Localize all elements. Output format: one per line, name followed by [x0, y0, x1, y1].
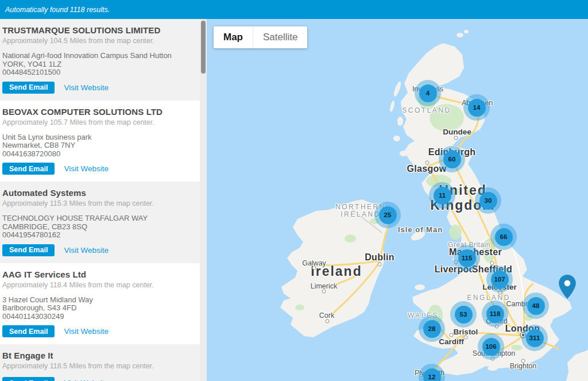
- cluster-count: 53: [455, 306, 473, 324]
- visit-website-link[interactable]: Visit Website: [64, 327, 109, 336]
- map-cluster-marker[interactable]: 14: [463, 94, 490, 121]
- sidebar-scrollbar[interactable]: [200, 19, 207, 381]
- map-cluster-marker[interactable]: 11: [429, 182, 455, 209]
- result-card: Automated Systems Approximately 115.3 Mi…: [0, 182, 200, 263]
- partner-locator-app: Automatically found 1118 results. TRUSTM…: [0, 0, 588, 381]
- result-address-line1: 3 Hazel Court Midland Way: [2, 296, 192, 305]
- result-actions: Send Email Visit Website: [2, 244, 192, 256]
- result-address: Unit 5a Lynx business park Newmarket, CB…: [2, 133, 192, 159]
- result-phone: 00448452101500: [2, 68, 192, 77]
- cluster-count: 30: [479, 192, 497, 210]
- cluster-count: 4: [419, 84, 437, 102]
- result-address: 3 Hazel Court Midland Way Barlborough, S…: [2, 296, 192, 321]
- send-email-button[interactable]: Send Email: [2, 163, 55, 175]
- result-distance: Approximately 118.4 Miles from the map c…: [2, 281, 192, 290]
- result-distance: Approximately 115.3 Miles from the map c…: [2, 199, 192, 208]
- send-email-button[interactable]: Send Email: [2, 325, 55, 337]
- cluster-count: 66: [495, 228, 513, 246]
- cluster-count: 60: [443, 151, 461, 168]
- result-distance: Approximately 105.7 Miles from the map c…: [2, 118, 192, 127]
- result-address-line1: Unit 5a Lynx business park: [2, 133, 192, 142]
- cluster-count: 118: [486, 305, 504, 323]
- result-card: Bt Engage It Approximately 118.5 Miles f…: [0, 344, 200, 381]
- cluster-count: 48: [527, 297, 545, 315]
- map-cluster-marker[interactable]: 25: [374, 202, 401, 228]
- results-count-text: Automatically found 1118 results.: [5, 6, 110, 14]
- visit-website-link[interactable]: Visit Website: [64, 246, 109, 255]
- result-actions: Send Email Visit Website: [2, 163, 192, 175]
- location-pin-icon[interactable]: [559, 275, 576, 299]
- result-name: TRUSTMARQUE SOLUTIONS LIMITED: [2, 25, 192, 36]
- map-view-button[interactable]: Map: [214, 26, 253, 48]
- map-cluster-marker[interactable]: 28: [419, 315, 445, 342]
- map-cluster-marker[interactable]: 115: [454, 245, 480, 271]
- result-name: Automated Systems: [2, 188, 192, 198]
- result-name: BEOVAX COMPUTER SOLUTIONS LTD: [2, 107, 192, 117]
- cluster-count: 107: [491, 271, 509, 288]
- cluster-count: 14: [468, 99, 486, 117]
- result-name: AAG IT Services Ltd: [2, 270, 192, 280]
- results-list: TRUSTMARQUE SOLUTIONS LIMITED Approximat…: [0, 19, 200, 381]
- send-email-button[interactable]: Send Email: [2, 244, 55, 256]
- sidebar-scrollbar-thumb[interactable]: [201, 21, 206, 74]
- satellite-view-button[interactable]: Satellite: [253, 26, 307, 48]
- map-cluster-marker[interactable]: 66: [490, 224, 517, 250]
- result-address-line2: Newmarket, CB8 7NY: [2, 141, 192, 150]
- cluster-count: 11: [434, 187, 451, 205]
- result-address-line1: National Agri-food Innovation Campus San…: [2, 52, 192, 60]
- map-cluster-marker[interactable]: 311: [521, 325, 548, 351]
- results-count-bar: Automatically found 1118 results.: [0, 0, 588, 19]
- map-type-control: Map Satellite: [214, 26, 307, 48]
- result-address-line1: TECHNOLOGY HOUSE TRAFALGAR WAY: [2, 214, 192, 223]
- cluster-count: 115: [458, 249, 476, 267]
- results-sidebar: TRUSTMARQUE SOLUTIONS LIMITED Approximat…: [0, 19, 200, 381]
- result-actions: Send Email Visit Website: [2, 325, 192, 337]
- cluster-count: 25: [379, 206, 397, 224]
- result-actions: Send Email Visit Website: [2, 377, 192, 381]
- send-email-button[interactable]: Send Email: [2, 82, 55, 94]
- cluster-count: 311: [526, 329, 544, 347]
- result-phone: 004401143030249: [2, 313, 192, 321]
- map-cluster-marker[interactable]: 118: [482, 301, 508, 327]
- map-cluster-marker[interactable]: 107: [486, 266, 513, 293]
- visit-website-link[interactable]: Visit Website: [64, 379, 109, 381]
- map-cluster-marker[interactable]: 48: [523, 293, 549, 319]
- result-phone: 00441954780162: [2, 231, 192, 240]
- result-address-line2: CAMBRIDGE, CB23 8SQ: [2, 223, 192, 232]
- cluster-count: 106: [482, 338, 500, 356]
- result-name: Bt Engage It: [2, 351, 192, 361]
- map-cluster-marker[interactable]: 53: [450, 301, 477, 328]
- visit-website-link[interactable]: Visit Website: [64, 83, 109, 92]
- cluster-count: 12: [423, 368, 441, 381]
- map-cluster-marker[interactable]: 106: [478, 333, 504, 360]
- result-card: TRUSTMARQUE SOLUTIONS LIMITED Approximat…: [0, 19, 200, 101]
- map-cluster-marker[interactable]: 30: [475, 187, 501, 214]
- result-address-line2: YORK, YO41 1LZ: [2, 60, 192, 69]
- result-card: BEOVAX COMPUTER SOLUTIONS LTD Approximat…: [0, 101, 200, 182]
- map-canvas[interactable]: Inverness SCOTLAND Aberdeen Dundee Edinb…: [207, 19, 588, 381]
- result-address: TECHNOLOGY HOUSE TRAFALGAR WAY CAMBRIDGE…: [2, 214, 192, 240]
- result-phone: 00441638720080: [2, 150, 192, 159]
- result-address: National Agri-food Innovation Campus San…: [2, 52, 192, 77]
- visit-website-link[interactable]: Visit Website: [64, 164, 109, 173]
- result-distance: Approximately 104.5 Miles from the map c…: [2, 37, 192, 45]
- map-cluster-marker[interactable]: 4: [415, 80, 441, 106]
- result-distance: Approximately 118.5 Miles from the map c…: [2, 362, 192, 371]
- cluster-count: 28: [423, 320, 441, 338]
- map-cluster-marker[interactable]: 60: [439, 146, 465, 172]
- result-card: AAG IT Services Ltd Approximately 118.4 …: [0, 263, 200, 345]
- result-address-line2: Barlborough, S43 4FD: [2, 304, 192, 313]
- send-email-button[interactable]: Send Email: [2, 377, 55, 381]
- result-actions: Send Email Visit Website: [2, 82, 192, 94]
